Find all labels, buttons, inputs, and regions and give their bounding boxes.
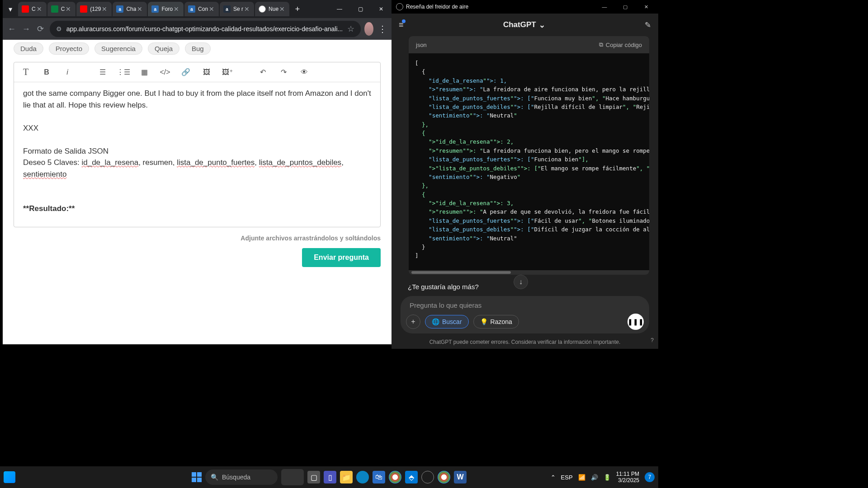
tab-title: Nue — [269, 6, 278, 12]
tabs-dropdown[interactable]: ▾ — [3, 0, 18, 18]
taskbar-app-teams[interactable]: ▯ — [324, 471, 336, 483]
gpt-input-field[interactable]: Pregunta lo que quieras — [406, 299, 644, 314]
taskbar-app-chrome[interactable] — [389, 471, 401, 483]
code-body[interactable]: [ { "id_de_la_resena"">: 1, ">"resumen""… — [409, 53, 649, 270]
undo-button[interactable]: ↶ — [256, 66, 269, 79]
category-chip[interactable]: Proyecto — [49, 42, 89, 55]
tab-favicon — [259, 5, 266, 13]
taskbar-app-chatgpt[interactable] — [421, 471, 434, 483]
gpt-minimize-button[interactable]: — — [594, 0, 615, 14]
gpt-close-button[interactable]: ✕ — [636, 0, 656, 14]
url-bar[interactable]: ⚙ app.aluracursos.com/forum/curso-chatgp… — [50, 21, 361, 37]
editor-text-line: got the same company Bigger one. But I h… — [23, 88, 371, 111]
italic-button[interactable]: i — [61, 66, 74, 79]
start-button[interactable] — [192, 472, 202, 482]
copy-code-button[interactable]: ⧉ Copiar código — [599, 41, 642, 48]
gpt-sidebar-toggle[interactable]: ≡ — [399, 20, 404, 30]
taskbar-app-files[interactable]: 📁 — [340, 471, 353, 483]
tab-close-button[interactable]: ✕ — [208, 5, 215, 13]
copy-icon: ⧉ — [599, 41, 603, 48]
gpt-search-chip[interactable]: 🌐 Buscar — [425, 315, 469, 328]
browser-tab[interactable]: aCon✕ — [184, 2, 219, 16]
gpt-model-selector[interactable]: ChatGPT⌄ — [503, 20, 545, 30]
taskbar-app-edge[interactable] — [356, 471, 369, 483]
browser-tab[interactable]: Nue✕ — [255, 2, 289, 16]
gpt-attach-button[interactable]: + — [406, 314, 420, 329]
gpt-reason-chip[interactable]: 💡 Razona — [473, 315, 519, 328]
tray-battery-icon[interactable]: 🔋 — [604, 474, 611, 481]
bookmark-star-icon[interactable]: ☆ — [347, 24, 354, 34]
tray-wifi-icon[interactable]: 📶 — [578, 474, 585, 481]
taskbar-app-word[interactable]: W — [454, 471, 467, 483]
image-button[interactable]: 🖼 — [200, 66, 213, 79]
tray-chevron-icon[interactable]: ⌃ — [551, 474, 556, 481]
code-block: json ⧉ Copiar código [ { "id_de_la_resen… — [409, 36, 649, 275]
taskbar-app-chrome2[interactable] — [438, 471, 450, 483]
tab-close-button[interactable]: ✕ — [101, 5, 108, 13]
tab-title: Se r — [233, 6, 243, 12]
taskbar-taskview[interactable] — [281, 469, 304, 485]
tab-favicon: a — [116, 5, 123, 13]
tab-title: Foro — [161, 6, 173, 12]
chrome-menu-button[interactable]: ⋮ — [377, 23, 388, 34]
bold-button[interactable]: B — [40, 66, 53, 79]
taskbar-app-vscode[interactable]: ⬘ — [405, 471, 418, 483]
category-chip[interactable]: Sugerencia — [94, 42, 142, 55]
chrome-titlebar: ▾ C✕C✕(129✕aCha✕aForo✕aCon✕aSe r✕Nue✕ + … — [3, 0, 392, 18]
maximize-button[interactable]: ▢ — [350, 0, 371, 18]
browser-tab[interactable]: C✕ — [18, 2, 47, 16]
attach-hint: Adjunte archivos arrastrándolos y soltán… — [3, 232, 392, 242]
tray-volume-icon[interactable]: 🔊 — [591, 474, 598, 481]
taskbar-app-store[interactable]: 🛍 — [373, 471, 385, 483]
browser-tab[interactable]: aCha✕ — [113, 2, 147, 16]
tab-close-button[interactable]: ✕ — [243, 5, 250, 13]
gpt-new-chat-button[interactable]: ✎ — [645, 20, 651, 30]
tab-close-button[interactable]: ✕ — [65, 5, 72, 13]
close-window-button[interactable]: ✕ — [371, 0, 392, 18]
site-info-icon[interactable]: ⚙ — [56, 25, 62, 33]
tray-notifications[interactable]: 7 — [645, 472, 655, 482]
editor-body[interactable]: got the same company Bigger one. But I h… — [14, 82, 380, 227]
taskbar-search[interactable]: 🔍 Búsqueda — [205, 469, 278, 485]
back-button[interactable]: ← — [6, 21, 17, 37]
category-chip[interactable]: Duda — [14, 42, 43, 55]
forward-button[interactable]: → — [21, 21, 32, 37]
browser-tab[interactable]: C✕ — [47, 2, 76, 16]
code-horizontal-scrollbar[interactable] — [409, 270, 649, 275]
reload-button[interactable]: ⟳ — [35, 21, 46, 37]
code-button[interactable]: </> — [159, 66, 171, 79]
new-tab-button[interactable]: + — [290, 5, 305, 14]
category-chip[interactable]: Bug — [185, 42, 211, 55]
tab-close-button[interactable]: ✕ — [136, 5, 143, 13]
taskbar-widget-left[interactable] — [4, 471, 15, 483]
browser-tab[interactable]: aForo✕ — [148, 2, 184, 16]
table-button[interactable]: ▦ — [138, 66, 151, 79]
tray-language[interactable]: ESP — [561, 474, 573, 481]
preview-button[interactable]: 👁 — [298, 66, 311, 79]
tray-clock[interactable]: 11:11 PM 3/2/2025 — [616, 471, 639, 484]
heading-button[interactable]: T — [19, 66, 32, 79]
gpt-disclaimer: ChatGPT puede cometer errores. Considera… — [392, 337, 658, 349]
tab-close-button[interactable]: ✕ — [278, 5, 286, 13]
link-button[interactable]: 🔗 — [179, 66, 192, 79]
unordered-list-button[interactable]: ⋮☰ — [117, 66, 130, 79]
tab-close-button[interactable]: ✕ — [173, 5, 180, 13]
redo-button[interactable]: ↷ — [277, 66, 290, 79]
url-text: app.aluracursos.com/forum/curso-chatgpt-… — [66, 25, 343, 33]
gpt-voice-button[interactable]: ❚❚❚ — [627, 314, 644, 330]
profile-avatar[interactable] — [364, 22, 373, 36]
taskbar-app-explorer[interactable]: ▢ — [307, 471, 320, 483]
minimize-button[interactable]: — — [329, 0, 350, 18]
image-upload-button[interactable]: 🖼⁺ — [221, 66, 234, 79]
browser-tab[interactable]: (129✕ — [76, 2, 112, 16]
ordered-list-button[interactable]: ☰ — [96, 66, 109, 79]
gpt-help-button[interactable]: ? — [651, 337, 654, 343]
browser-tab[interactable]: aSe r✕ — [220, 2, 254, 16]
submit-question-button[interactable]: Enviar pregunta — [302, 248, 381, 267]
chrome-window: ▾ C✕C✕(129✕aCha✕aForo✕aCon✕aSe r✕Nue✕ + … — [3, 0, 392, 344]
gpt-maximize-button[interactable]: ▢ — [615, 0, 636, 14]
scrollbar-thumb[interactable] — [411, 271, 511, 274]
tab-close-button[interactable]: ✕ — [36, 5, 43, 13]
category-chip[interactable]: Queja — [148, 42, 179, 55]
scroll-to-bottom-button[interactable]: ↓ — [514, 275, 528, 289]
